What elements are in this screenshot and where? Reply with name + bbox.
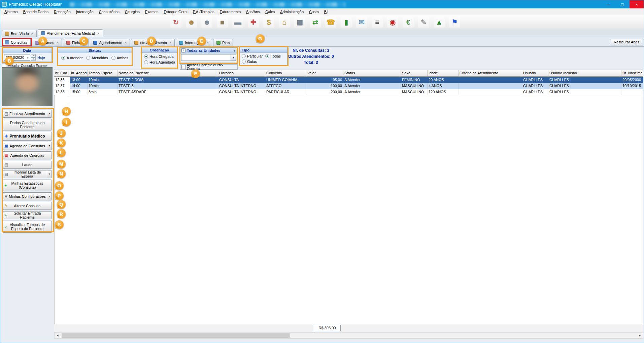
column-header-historico[interactable]: Histórico (218, 70, 265, 76)
sub-tab-exames[interactable]: Exames× (32, 39, 62, 46)
column-header-valor[interactable]: Valor (306, 70, 343, 76)
menu-item-internacao[interactable]: Internação (73, 9, 96, 14)
sub-tab-nto-atendimento[interactable]: nto Atendimento× (131, 39, 175, 46)
tipo-option-particular[interactable]: Particular (242, 54, 263, 58)
table-row[interactable]: 12:3815:008minTESTE ASDADFCONSULTA INTER… (54, 89, 643, 95)
menu-item-caixa[interactable]: Caixa (263, 9, 277, 14)
report-icon[interactable]: ≡ (372, 16, 383, 28)
sidebar-button-prontuario-medico[interactable]: ✚Prontuário Médico (3, 132, 52, 141)
chevron-down-icon[interactable] (231, 54, 236, 61)
column-header-hr-cad[interactable]: hr. Cad. (54, 70, 70, 76)
stretcher-icon[interactable]: ▬ (232, 16, 243, 28)
menu-item-p-a-terapias[interactable]: P.A./Terapias (190, 9, 217, 14)
unidades-combo[interactable] (181, 54, 236, 61)
scrollbar-thumb[interactable] (62, 333, 290, 338)
briefcase-icon[interactable]: ■ (217, 16, 228, 28)
tipo-option-guias[interactable]: Guias (242, 60, 257, 64)
column-header-criterio-de-atendimento[interactable]: Critério de Atendimento (459, 70, 522, 76)
menu-item-recepcao[interactable]: Recepção (51, 9, 73, 14)
close-button[interactable]: × (630, 0, 644, 8)
date-input[interactable]: 05/10/2020 (4, 54, 30, 61)
dropdown-arrow-icon[interactable]: ▼ (47, 142, 52, 150)
tab-close-icon[interactable]: × (83, 41, 86, 45)
refresh-icon[interactable]: ↻ (170, 16, 181, 28)
dropdown-arrow-icon[interactable]: ▼ (47, 170, 52, 178)
tab-close-icon[interactable]: × (125, 41, 127, 45)
library-icon[interactable]: ▮ (341, 16, 352, 28)
logout-icon[interactable]: ◉ (387, 16, 398, 28)
ambulance-icon[interactable]: ✚ (248, 16, 259, 28)
transfer-icon[interactable]: ⇄ (310, 16, 321, 28)
dropdown-arrow-icon[interactable]: ▼ (47, 193, 52, 200)
menu-item-sus-ans[interactable]: Sus/Ans (243, 9, 263, 14)
spin-up-icon[interactable]: ▲ (31, 54, 36, 58)
spin-down-icon[interactable]: ▼ (31, 58, 36, 61)
main-tab-atendimentos-ficha-medica[interactable]: Atendimentos (Ficha Médica)× (38, 29, 103, 37)
scroll-right-icon[interactable]: ▶ (637, 333, 643, 338)
chevron-down-icon[interactable] (233, 48, 236, 52)
sidebar-button-agenda-de-consultas[interactable]: ▦Agenda de Consultas▼ (3, 142, 52, 150)
message-icon[interactable]: ✉ (356, 16, 367, 28)
menu-item-sistema[interactable]: Sistema (2, 9, 21, 14)
sidebar-button-minhas-estatisticas-consulta[interactable]: ●Minhas Estatísticas (Consulta) (3, 180, 52, 191)
scroll-left-icon[interactable]: ◀ (55, 333, 61, 338)
notes-icon[interactable]: ✎ (418, 16, 429, 28)
sidebar-button-minhas-configuracoes[interactable]: ✱Minhas Configurações▼ (3, 192, 52, 200)
column-header-convenio[interactable]: Convênio (265, 70, 306, 76)
safe-icon[interactable]: ▦ (294, 16, 305, 28)
tipo-option-todas[interactable]: Todas (265, 54, 280, 58)
sidebar-button-dados-cadastrais-do-paciente[interactable]: Dados Cadastrais do Paciente (3, 119, 52, 130)
patients-icon[interactable]: ☻ (186, 16, 197, 28)
tab-close-icon[interactable]: × (169, 41, 171, 45)
menu-item-administracao[interactable]: Administração (277, 9, 306, 14)
column-header-idade[interactable]: Idade (428, 70, 459, 76)
horizontal-scrollbar[interactable]: ◀ ▶ (54, 332, 643, 339)
restore-tabs-button[interactable]: Restaurar Abas (611, 39, 642, 45)
ordenacao-option-hora-agendada[interactable]: Hora Agendada (144, 60, 175, 64)
column-header-usuario-inclusao[interactable]: Usuário Inclusão (548, 70, 621, 76)
statistics-icon[interactable]: ▲ (434, 16, 445, 28)
column-header-tempo-espera[interactable]: Tempo Espera (88, 70, 117, 76)
sidebar-button-laudo[interactable]: ▤Laudo (3, 161, 52, 169)
dropdown-arrow-icon[interactable]: ▼ (47, 110, 52, 117)
phone-icon[interactable]: ☎ (325, 16, 336, 28)
tab-close-icon[interactable]: × (97, 31, 99, 35)
sub-tab-internacoes[interactable]: Internações× (176, 39, 212, 46)
ordenacao-option-hora-chegada[interactable]: Hora Chegada (144, 54, 175, 59)
pre-consulta-checkbox[interactable]: Apenas Paciente c/ Pré-Consulta (180, 64, 238, 70)
date-spinner[interactable]: ▲ ▼ (31, 54, 36, 61)
attendant-icon[interactable]: ☻ (201, 16, 212, 28)
menu-item-exames[interactable]: Exames (142, 9, 161, 14)
main-tab-bem-vindo[interactable]: Bem Vindo× (2, 30, 37, 37)
maximize-button[interactable]: □ (615, 0, 630, 8)
table-row[interactable]: 12:3714:0010minTESTE 3CONSULTA INTERNOAF… (54, 83, 643, 89)
menu-item-custo[interactable]: Custo (306, 9, 321, 14)
status-option-a-atender[interactable]: A Atender (61, 56, 83, 60)
column-header-usuario[interactable]: Usuário (522, 70, 548, 76)
sidebar-button-solicitar-entrada-paciente[interactable]: »Solicitar Entrada Paciente (3, 211, 52, 219)
sidebar-button-imprimir-lista-de-espera[interactable]: ▤Imprimir Lista de Espera▼ (3, 170, 52, 178)
status-option-atendidos[interactable]: Atendidos (86, 56, 108, 60)
column-header-dt-nascimento[interactable]: Dt. Nascimento (621, 70, 643, 76)
minimize-button[interactable]: — (601, 0, 615, 8)
sidebar-button-visualizar-tempos-de-espera-do-paciente[interactable]: ○Visualizar Tempos de Espera do Paciente (3, 221, 52, 233)
sub-tab-consultas[interactable]: Consultas (2, 38, 31, 46)
bank-icon[interactable]: ⌂ (279, 16, 290, 28)
chevron-down-icon[interactable] (27, 55, 29, 60)
sub-tab-agendamento[interactable]: Agendamento× (90, 39, 130, 46)
tab-close-icon[interactable]: × (31, 32, 33, 36)
sidebar-button-alterar-consulta[interactable]: ✎Alterar Consulta (3, 202, 52, 210)
menu-item-bi[interactable]: BI (321, 9, 330, 14)
sub-tab-plan[interactable]: Plan (213, 39, 233, 46)
sub-tab-ficha[interactable]: Ficha× (63, 39, 89, 46)
column-header-status[interactable]: Status (343, 70, 401, 76)
menu-item-consultorios[interactable]: Consultórios (96, 9, 122, 14)
table-row[interactable]: 12:3613:0010minTESTE 2 DOISCONSULTAUNIME… (54, 77, 643, 83)
menu-item-base-de-dados[interactable]: Base de Dados (21, 9, 51, 14)
menu-item-faturamento[interactable]: Faturamento (217, 9, 243, 14)
column-header-hr-agend[interactable]: hr. Agend. (70, 70, 88, 76)
column-header-sexo[interactable]: Sexo (401, 70, 428, 76)
today-link[interactable]: Hoje (37, 55, 45, 60)
tab-close-icon[interactable]: × (57, 41, 59, 45)
sidebar-button-agenda-de-cirurgias[interactable]: ▦Agenda de Cirurgias (3, 151, 52, 159)
